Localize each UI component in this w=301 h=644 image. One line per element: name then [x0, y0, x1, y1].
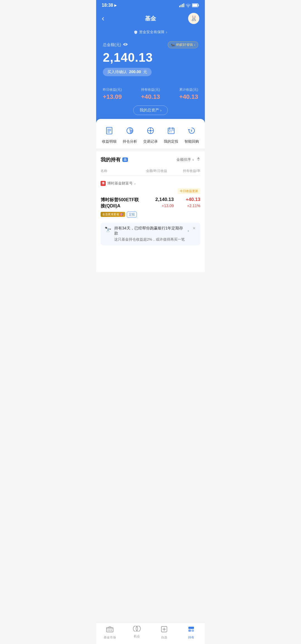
fund-yield-pct: +2.11% — [174, 204, 200, 208]
regular-invest-icon — [165, 125, 177, 137]
fund-market-icon — [106, 626, 113, 634]
order-toggle[interactable] — [196, 157, 200, 163]
col-yield: 持有收益/率 — [167, 169, 200, 173]
svg-rect-31 — [108, 629, 109, 631]
stats-row: 昨日收益(元) +13.09 持有收益(元) +40.13 累计收益(元) +4… — [103, 87, 198, 100]
provider-icon: 博 — [101, 181, 106, 186]
provider-name: 博时基金财富号 — [107, 181, 133, 186]
income-detail-label: 收益明细 — [102, 139, 116, 144]
smart-buyback-icon: ¥ — [186, 125, 198, 137]
quick-actions: 收益明细 持仓分析 交易记录 — [96, 119, 205, 149]
balance-amount: 2,140.13 — [103, 51, 198, 64]
wifi-icon — [186, 3, 191, 7]
stat-holding-value: +40.13 — [141, 93, 160, 100]
regular-invest-label: 我的定投 — [164, 139, 178, 144]
total-label: 总金额(元) — [103, 42, 121, 47]
action-trade-record[interactable]: 交易记录 — [142, 125, 159, 144]
nav-opportunity[interactable]: 机会 — [128, 626, 145, 640]
nav-fund-market[interactable]: 基金市场 — [101, 626, 118, 640]
nav-watchlist[interactable]: 自选 — [156, 626, 173, 640]
sort-label: 金额排序 — [176, 157, 191, 162]
nav-fund-market-label: 基金市场 — [104, 635, 116, 640]
fund-amount-area: 2,140.13 +13.09 — [140, 197, 174, 208]
fund-provider[interactable]: 博 博时基金财富号 › — [101, 178, 200, 188]
col-name: 名称 — [101, 169, 134, 173]
total-assets-chevron: › — [160, 108, 162, 112]
stat-cumulative: 累计收益(元) +40.13 — [179, 87, 198, 100]
action-regular-invest[interactable]: 我的定投 — [163, 125, 179, 144]
security-chevron: › — [166, 30, 167, 34]
holdings-badge: 品 — [122, 157, 128, 162]
fund-tag-gold: 金选更准更省 🎯 — [101, 212, 125, 217]
income-detail-icon — [103, 125, 115, 137]
sort-chevron: ∨ — [192, 158, 194, 162]
total-assets-button[interactable]: 我的总资产 › — [133, 106, 168, 115]
shield-icon — [134, 30, 138, 34]
nav-holdings[interactable]: 持有 — [183, 626, 200, 640]
opportunity-icon — [133, 626, 141, 633]
ant-promo-button[interactable]: 🐜 蚂蚁好省钱 › — [168, 41, 198, 48]
action-smart-buyback[interactable]: ¥ 智能回购 — [183, 125, 200, 144]
stat-yesterday: 昨日收益(元) +13.09 — [103, 87, 122, 100]
svg-rect-25 — [171, 131, 172, 132]
trade-record-icon — [144, 125, 157, 137]
header: ‹ 基金 🐰 — [96, 9, 205, 27]
pending-label: 买入待确认 — [107, 70, 127, 74]
svg-marker-28 — [197, 157, 200, 159]
svg-rect-24 — [169, 131, 170, 132]
svg-rect-5 — [198, 4, 199, 6]
fund-yield-area: +40.13 +2.11% — [174, 197, 200, 208]
fund-yield-amount: +40.13 — [174, 197, 200, 202]
status-time: 18:38 — [102, 3, 113, 8]
location-icon: ▶ — [114, 3, 117, 7]
status-icons — [179, 3, 199, 7]
stat-yesterday-label: 昨日收益(元) — [103, 87, 122, 92]
info-card-icon: 🔭 — [105, 226, 111, 233]
action-income-detail[interactable]: 收益明细 — [101, 125, 118, 144]
pending-badge: 买入待确认 200.00 元 — [103, 68, 152, 76]
svg-point-34 — [133, 626, 138, 631]
ant-promo-chevron: › — [194, 43, 195, 47]
svg-marker-29 — [197, 159, 200, 161]
svg-point-15 — [150, 130, 151, 131]
svg-rect-41 — [191, 629, 194, 632]
info-card-subtitle: 这只基金持仓收益超2%，或许值得再买一笔 — [114, 237, 189, 242]
svg-rect-20 — [168, 128, 174, 134]
today-badge-area: 今日收益更新 — [101, 188, 200, 194]
avatar-button[interactable]: 🐰 — [188, 13, 199, 24]
today-update-badge: 今日收益更新 — [178, 188, 200, 194]
info-card: 🔭 持有34天，已经帮你跑赢银行1年定期存款 › 这只基金持仓收益超2%，或许值… — [101, 222, 200, 245]
svg-rect-32 — [109, 629, 110, 631]
stat-cumulative-label: 累计收益(元) — [179, 87, 198, 92]
info-card-close-button[interactable]: × — [192, 226, 196, 231]
ant-promo-text: 蚂蚁好省钱 — [176, 42, 193, 47]
svg-rect-6 — [193, 4, 198, 7]
eye-icon[interactable] — [123, 42, 128, 48]
position-analysis-label: 持仓分析 — [123, 139, 137, 144]
security-banner[interactable]: 资金安全有保障 › — [96, 27, 205, 37]
fund-daily: +13.09 — [140, 204, 174, 208]
col-amount: 金额/昨日收益 — [134, 169, 167, 173]
fund-row[interactable]: 博时标普500ETF联接(QDII)A 金选更准更省 🎯 定投 2,140.13… — [101, 196, 200, 220]
watchlist-icon — [161, 626, 168, 634]
svg-point-35 — [136, 626, 140, 631]
stat-holding: 持有收益(元) +40.13 — [141, 87, 160, 100]
stat-holding-label: 持有收益(元) — [141, 87, 160, 92]
info-card-title[interactable]: 持有34天，已经帮你跑赢银行1年定期存款 › — [114, 226, 189, 236]
signal-icon — [179, 3, 184, 7]
bottom-nav: 基金市场 机会 自选 持有 — [96, 623, 205, 644]
fund-name: 博时标普500ETF联接(QDII)A — [101, 197, 140, 209]
svg-rect-2 — [182, 4, 183, 7]
total-assets-text: 我的总资产 — [140, 108, 159, 113]
sort-button[interactable]: 金额排序 ∨ — [176, 157, 194, 162]
svg-rect-40 — [188, 629, 191, 632]
svg-marker-27 — [188, 129, 190, 131]
action-position-analysis[interactable]: 持仓分析 — [122, 125, 138, 144]
holdings-section: 我的持有 品 金额排序 ∨ 名称 金额/昨日收益 持有收益/率 博 博时基金财富… — [96, 151, 205, 272]
provider-chevron: › — [134, 181, 135, 186]
svg-rect-0 — [179, 6, 180, 7]
svg-rect-39 — [188, 627, 194, 629]
back-button[interactable]: ‹ — [102, 14, 113, 23]
page-title: 基金 — [113, 15, 188, 22]
svg-rect-3 — [183, 3, 184, 7]
